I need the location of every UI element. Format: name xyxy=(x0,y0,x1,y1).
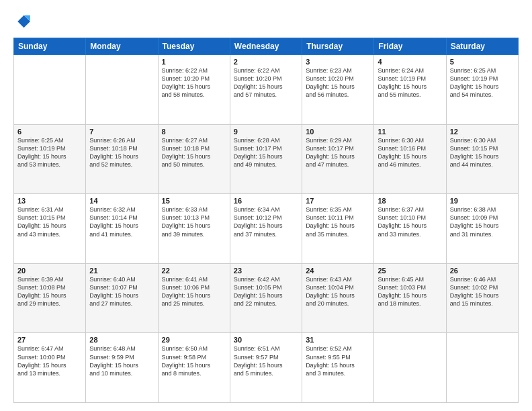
calendar-cell: 14Sunrise: 6:32 AM Sunset: 10:14 PM Dayl… xyxy=(86,194,158,264)
logo-icon xyxy=(13,12,32,31)
day-number: 3 xyxy=(306,58,370,66)
day-info: Sunrise: 6:28 AM Sunset: 10:17 PM Daylig… xyxy=(234,136,298,169)
day-number: 1 xyxy=(162,58,226,66)
header xyxy=(13,12,519,31)
calendar-cell xyxy=(86,55,158,125)
calendar-cell: 26Sunrise: 6:46 AM Sunset: 10:02 PM Dayl… xyxy=(446,263,518,333)
day-info: Sunrise: 6:26 AM Sunset: 10:18 PM Daylig… xyxy=(89,136,154,169)
day-number: 6 xyxy=(17,128,82,136)
day-info: Sunrise: 6:43 AM Sunset: 10:04 PM Daylig… xyxy=(306,275,370,308)
day-number: 30 xyxy=(234,336,298,344)
calendar-week-row: 1Sunrise: 6:22 AM Sunset: 10:20 PM Dayli… xyxy=(14,55,519,125)
day-header-tuesday: Tuesday xyxy=(158,38,230,55)
day-number: 27 xyxy=(17,336,82,344)
calendar-cell: 29Sunrise: 6:50 AM Sunset: 9:58 PM Dayli… xyxy=(158,333,230,403)
day-number: 15 xyxy=(162,197,226,205)
day-info: Sunrise: 6:39 AM Sunset: 10:08 PM Daylig… xyxy=(17,275,82,308)
calendar-cell: 7Sunrise: 6:26 AM Sunset: 10:18 PM Dayli… xyxy=(86,124,158,194)
day-number: 14 xyxy=(89,197,154,205)
calendar-cell: 24Sunrise: 6:43 AM Sunset: 10:04 PM Dayl… xyxy=(302,263,374,333)
calendar-cell: 6Sunrise: 6:25 AM Sunset: 10:19 PM Dayli… xyxy=(14,124,86,194)
day-number: 24 xyxy=(306,267,370,275)
calendar-week-row: 27Sunrise: 6:47 AM Sunset: 10:00 PM Dayl… xyxy=(14,333,519,403)
day-number: 23 xyxy=(234,267,298,275)
day-number: 29 xyxy=(162,336,226,344)
day-info: Sunrise: 6:52 AM Sunset: 9:55 PM Dayligh… xyxy=(306,345,370,377)
page: SundayMondayTuesdayWednesdayThursdayFrid… xyxy=(0,0,532,411)
day-info: Sunrise: 6:48 AM Sunset: 9:59 PM Dayligh… xyxy=(89,345,154,377)
calendar-cell: 17Sunrise: 6:35 AM Sunset: 10:11 PM Dayl… xyxy=(302,194,374,264)
day-header-monday: Monday xyxy=(86,38,158,55)
day-number: 20 xyxy=(17,267,82,275)
day-number: 13 xyxy=(17,197,82,205)
calendar-cell: 12Sunrise: 6:30 AM Sunset: 10:15 PM Dayl… xyxy=(446,124,518,194)
calendar-cell: 5Sunrise: 6:25 AM Sunset: 10:19 PM Dayli… xyxy=(446,55,518,125)
calendar-cell xyxy=(374,333,446,403)
calendar-cell: 16Sunrise: 6:34 AM Sunset: 10:12 PM Dayl… xyxy=(230,194,302,264)
day-info: Sunrise: 6:41 AM Sunset: 10:06 PM Daylig… xyxy=(162,275,226,308)
calendar-cell: 9Sunrise: 6:28 AM Sunset: 10:17 PM Dayli… xyxy=(230,124,302,194)
calendar-cell: 20Sunrise: 6:39 AM Sunset: 10:08 PM Dayl… xyxy=(14,263,86,333)
calendar-cell: 13Sunrise: 6:31 AM Sunset: 10:15 PM Dayl… xyxy=(14,194,86,264)
calendar-cell: 10Sunrise: 6:29 AM Sunset: 10:17 PM Dayl… xyxy=(302,124,374,194)
day-info: Sunrise: 6:38 AM Sunset: 10:09 PM Daylig… xyxy=(450,205,515,238)
day-number: 10 xyxy=(306,128,370,136)
calendar-table: SundayMondayTuesdayWednesdayThursdayFrid… xyxy=(13,38,519,403)
day-info: Sunrise: 6:47 AM Sunset: 10:00 PM Daylig… xyxy=(17,345,82,377)
day-info: Sunrise: 6:32 AM Sunset: 10:14 PM Daylig… xyxy=(89,205,154,238)
day-number: 17 xyxy=(306,197,370,205)
calendar-cell: 27Sunrise: 6:47 AM Sunset: 10:00 PM Dayl… xyxy=(14,333,86,403)
day-info: Sunrise: 6:34 AM Sunset: 10:12 PM Daylig… xyxy=(234,205,298,238)
calendar-header-row: SundayMondayTuesdayWednesdayThursdayFrid… xyxy=(14,38,519,55)
calendar-cell: 25Sunrise: 6:45 AM Sunset: 10:03 PM Dayl… xyxy=(374,263,446,333)
day-number: 11 xyxy=(378,128,442,136)
day-info: Sunrise: 6:25 AM Sunset: 10:19 PM Daylig… xyxy=(450,66,515,99)
day-info: Sunrise: 6:25 AM Sunset: 10:19 PM Daylig… xyxy=(17,136,82,169)
calendar-cell: 2Sunrise: 6:22 AM Sunset: 10:20 PM Dayli… xyxy=(230,55,302,125)
day-info: Sunrise: 6:22 AM Sunset: 10:20 PM Daylig… xyxy=(162,66,226,99)
day-number: 31 xyxy=(306,336,370,344)
calendar-cell xyxy=(14,55,86,125)
day-info: Sunrise: 6:29 AM Sunset: 10:17 PM Daylig… xyxy=(306,136,370,169)
calendar-cell: 18Sunrise: 6:37 AM Sunset: 10:10 PM Dayl… xyxy=(374,194,446,264)
day-number: 9 xyxy=(234,128,298,136)
day-info: Sunrise: 6:30 AM Sunset: 10:16 PM Daylig… xyxy=(378,136,442,169)
day-info: Sunrise: 6:31 AM Sunset: 10:15 PM Daylig… xyxy=(17,205,82,238)
day-number: 4 xyxy=(378,58,442,66)
calendar-week-row: 13Sunrise: 6:31 AM Sunset: 10:15 PM Dayl… xyxy=(14,194,519,264)
day-info: Sunrise: 6:40 AM Sunset: 10:07 PM Daylig… xyxy=(89,275,154,308)
day-number: 21 xyxy=(89,267,154,275)
day-info: Sunrise: 6:46 AM Sunset: 10:02 PM Daylig… xyxy=(450,275,515,308)
day-header-saturday: Saturday xyxy=(446,38,518,55)
day-header-sunday: Sunday xyxy=(14,38,86,55)
day-header-friday: Friday xyxy=(374,38,446,55)
day-info: Sunrise: 6:50 AM Sunset: 9:58 PM Dayligh… xyxy=(162,345,226,377)
calendar-cell: 23Sunrise: 6:42 AM Sunset: 10:05 PM Dayl… xyxy=(230,263,302,333)
day-number: 22 xyxy=(162,267,226,275)
calendar-cell: 21Sunrise: 6:40 AM Sunset: 10:07 PM Dayl… xyxy=(86,263,158,333)
day-info: Sunrise: 6:51 AM Sunset: 9:57 PM Dayligh… xyxy=(234,345,298,377)
calendar-cell: 1Sunrise: 6:22 AM Sunset: 10:20 PM Dayli… xyxy=(158,55,230,125)
day-info: Sunrise: 6:33 AM Sunset: 10:13 PM Daylig… xyxy=(162,205,226,238)
day-number: 16 xyxy=(234,197,298,205)
calendar-cell: 3Sunrise: 6:23 AM Sunset: 10:20 PM Dayli… xyxy=(302,55,374,125)
day-number: 19 xyxy=(450,197,515,205)
day-info: Sunrise: 6:35 AM Sunset: 10:11 PM Daylig… xyxy=(306,205,370,238)
calendar-cell: 31Sunrise: 6:52 AM Sunset: 9:55 PM Dayli… xyxy=(302,333,374,403)
day-info: Sunrise: 6:27 AM Sunset: 10:18 PM Daylig… xyxy=(162,136,226,169)
calendar-cell: 19Sunrise: 6:38 AM Sunset: 10:09 PM Dayl… xyxy=(446,194,518,264)
day-number: 28 xyxy=(89,336,154,344)
day-info: Sunrise: 6:30 AM Sunset: 10:15 PM Daylig… xyxy=(450,136,515,169)
calendar-cell xyxy=(446,333,518,403)
day-info: Sunrise: 6:37 AM Sunset: 10:10 PM Daylig… xyxy=(378,205,442,238)
day-info: Sunrise: 6:42 AM Sunset: 10:05 PM Daylig… xyxy=(234,275,298,308)
day-info: Sunrise: 6:24 AM Sunset: 10:19 PM Daylig… xyxy=(378,66,442,99)
day-number: 25 xyxy=(378,267,442,275)
day-number: 2 xyxy=(234,58,298,66)
calendar-cell: 22Sunrise: 6:41 AM Sunset: 10:06 PM Dayl… xyxy=(158,263,230,333)
calendar-cell: 28Sunrise: 6:48 AM Sunset: 9:59 PM Dayli… xyxy=(86,333,158,403)
day-header-wednesday: Wednesday xyxy=(230,38,302,55)
calendar-cell: 11Sunrise: 6:30 AM Sunset: 10:16 PM Dayl… xyxy=(374,124,446,194)
day-info: Sunrise: 6:23 AM Sunset: 10:20 PM Daylig… xyxy=(306,66,370,99)
calendar-week-row: 20Sunrise: 6:39 AM Sunset: 10:08 PM Dayl… xyxy=(14,263,519,333)
